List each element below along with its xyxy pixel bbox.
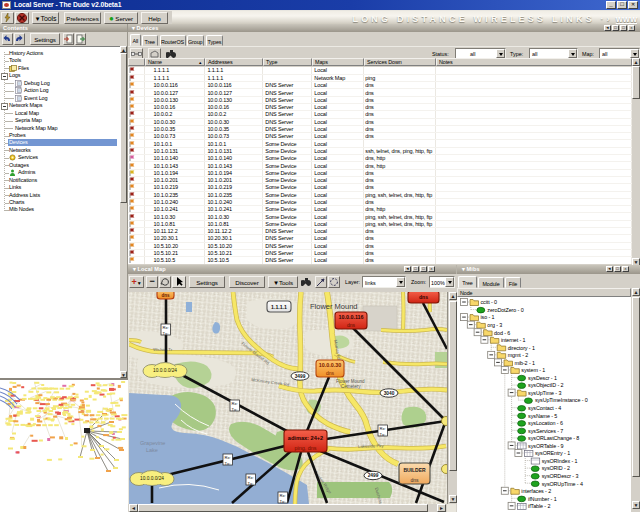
svg-text:Grapevine: Grapevine — [140, 440, 165, 446]
svg-text:sysORTable - 9: sysORTable - 9 — [528, 443, 563, 449]
svg-text:3040: 3040 — [384, 391, 395, 396]
svg-text:10.0.0.30: 10.0.0.30 — [319, 362, 341, 368]
svg-text:10.0.0.116: 10.0.0.116 — [338, 314, 363, 320]
svg-text:Tx:: Tx: — [225, 461, 231, 466]
svg-text:sysDescr - 1: sysDescr - 1 — [528, 375, 557, 381]
svg-text:Tx:: Tx: — [280, 499, 286, 504]
svg-text:interfaces - 2: interfaces - 2 — [521, 488, 551, 494]
svg-text:sysORDescr - 3: sysORDescr - 3 — [542, 473, 579, 479]
svg-text:sysLocation - 6: sysLocation - 6 — [528, 420, 563, 426]
svg-text:internet - 1: internet - 1 — [501, 337, 526, 343]
svg-text:dns: dns — [347, 322, 356, 328]
svg-text:Rx:: Rx: — [280, 493, 286, 498]
svg-text:Rx:: Rx: — [248, 475, 254, 480]
svg-text:adimax: 24+2: adimax: 24+2 — [288, 435, 323, 441]
svg-text:sysORUpTime - 4: sysORUpTime - 4 — [542, 481, 583, 487]
svg-text:1.1.1.1: 1.1.1.1 — [271, 304, 287, 310]
svg-text:mib-2 - 1: mib-2 - 1 — [515, 360, 535, 366]
svg-text:sysORLastChange - 8: sysORLastChange - 8 — [528, 435, 579, 441]
svg-text:dns: dns — [161, 293, 170, 298]
svg-text:dns: dns — [410, 477, 419, 483]
svg-text:Rx:: Rx: — [232, 401, 238, 406]
svg-text:org - 3: org - 3 — [487, 322, 502, 328]
svg-text:3499: 3499 — [295, 374, 306, 379]
svg-text:Rx:: Rx: — [380, 426, 386, 431]
svg-text:dns: dns — [419, 294, 428, 300]
svg-text:2499: 2499 — [368, 473, 379, 478]
svg-text:sysOREntry - 1: sysOREntry - 1 — [535, 450, 570, 456]
svg-text:Rx:: Rx: — [163, 325, 169, 330]
svg-text:ccitt - 0: ccitt - 0 — [481, 299, 498, 305]
svg-text:sysObjectID - 2: sysObjectID - 2 — [528, 382, 563, 388]
svg-text:ifTable - 2: ifTable - 2 — [528, 503, 550, 509]
svg-text:sysUpTime - 3: sysUpTime - 3 — [528, 390, 561, 396]
svg-text:10.0.0.0/24: 10.0.0.0/24 — [153, 368, 177, 373]
svg-text:ifNumber - 1: ifNumber - 1 — [528, 496, 557, 502]
svg-text:ping, dns: ping, dns — [295, 445, 317, 451]
svg-text:sysORID - 2: sysORID - 2 — [542, 465, 570, 471]
svg-text:Lakeside Pky: Lakeside Pky — [358, 443, 385, 449]
svg-text:Wichita Tr: Wichita Tr — [153, 347, 173, 352]
svg-text:dns: dns — [326, 370, 335, 376]
svg-text:mgmt - 2: mgmt - 2 — [508, 352, 529, 358]
svg-text:Tx:: Tx: — [248, 481, 254, 486]
svg-text:sysORIndex - 1: sysORIndex - 1 — [542, 458, 578, 464]
svg-text:Lake: Lake — [146, 447, 158, 453]
svg-text:sysName - 5: sysName - 5 — [528, 413, 557, 419]
svg-text:Tx:: Tx: — [380, 432, 386, 437]
svg-text:zeroDotZero - 0: zeroDotZero - 0 — [487, 307, 523, 313]
svg-text:dod - 6: dod - 6 — [494, 330, 510, 336]
svg-text:BUILDER: BUILDER — [403, 467, 426, 473]
svg-text:10.0.0.0/24: 10.0.0.0/24 — [140, 476, 164, 481]
svg-text:iso - 1: iso - 1 — [481, 314, 495, 320]
svg-text:sysServices - 7: sysServices - 7 — [528, 428, 563, 434]
svg-text:Flower Mound: Flower Mound — [310, 302, 358, 311]
svg-text:system - 1: system - 1 — [521, 367, 545, 373]
svg-text:Rx:: Rx: — [225, 455, 231, 460]
svg-text:sysContact - 4: sysContact - 4 — [528, 405, 561, 411]
svg-text:directory - 1: directory - 1 — [508, 345, 535, 351]
svg-text:Tx:: Tx: — [232, 407, 238, 412]
svg-text:Cemetery: Cemetery — [341, 384, 361, 389]
svg-text:sysUpTimeInstance - 0: sysUpTimeInstance - 0 — [535, 397, 588, 403]
svg-text:Tx:: Tx: — [163, 331, 169, 336]
